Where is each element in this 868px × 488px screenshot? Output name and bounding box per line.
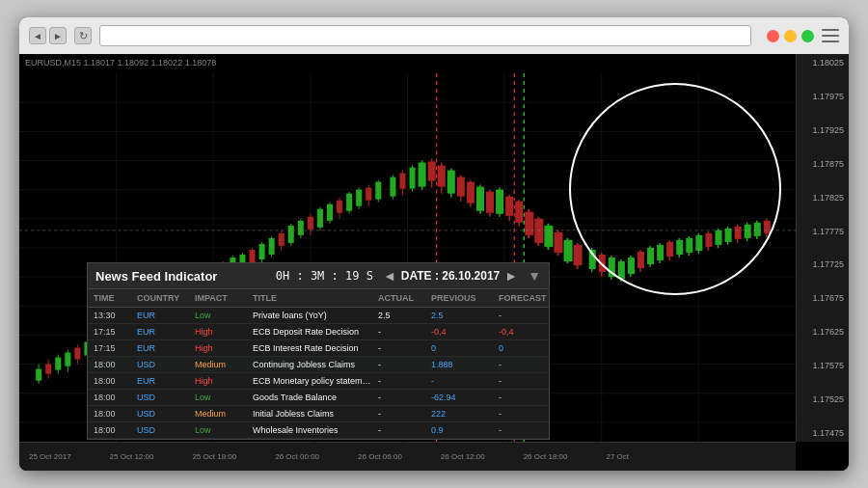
row-time: 18:00 — [92, 392, 135, 403]
price-7: 1.17725 — [799, 259, 847, 269]
menu-icon[interactable] — [822, 29, 839, 42]
filter-icon[interactable]: ▼ — [528, 268, 541, 284]
svg-rect-119 — [505, 197, 513, 216]
row-time: 18:00 — [92, 375, 135, 387]
row-title: ECB Deposit Rate Decision — [251, 326, 376, 338]
svg-rect-135 — [589, 250, 596, 269]
svg-rect-99 — [419, 162, 426, 186]
row-country: USD — [135, 359, 193, 370]
row-forecast: -0,4 — [497, 326, 549, 338]
svg-rect-107 — [457, 177, 465, 197]
row-impact: Medium — [193, 359, 251, 370]
row-time: 18:00 — [92, 424, 135, 436]
minimize-button[interactable] — [784, 30, 797, 42]
row-previous: - — [429, 375, 497, 387]
address-bar[interactable] — [99, 25, 751, 46]
table-row[interactable]: 18:00 USD Low Goods Trade Balance - -62.… — [88, 390, 549, 406]
maximize-button[interactable] — [801, 30, 814, 42]
svg-rect-157 — [695, 235, 702, 251]
svg-rect-26 — [65, 353, 70, 366]
row-country: EUR — [135, 342, 193, 354]
date-next-button[interactable]: ► — [504, 268, 518, 284]
svg-rect-94 — [399, 174, 405, 189]
col-time: TIME — [92, 291, 135, 305]
table-row[interactable]: 17:15 EUR High ECB Deposit Rate Decision… — [88, 324, 549, 340]
row-actual: - — [376, 326, 429, 338]
table-row[interactable]: 18:00 EUR High ECB Monetary policy state… — [88, 373, 549, 390]
row-time: 18:00 — [92, 408, 135, 420]
svg-rect-109 — [467, 182, 475, 203]
row-title: Wholesale Inventories — [251, 424, 376, 436]
col-title: TITLE — [251, 291, 376, 305]
row-impact: Low — [193, 424, 251, 436]
row-actual: - — [376, 392, 429, 403]
time-7: 26 Oct 18:00 — [524, 452, 568, 461]
price-axis: 1.18025 1.17975 1.17925 1.17875 1.17825 … — [796, 54, 849, 442]
table-row[interactable]: 18:00 USD Medium Continuing Jobless Clai… — [88, 357, 549, 373]
row-title: Goods Trade Balance — [251, 392, 376, 403]
news-feed-panel: News Feed Indicator 0H : 3M : 19 S ◄ DAT… — [87, 262, 550, 440]
svg-rect-70 — [279, 233, 285, 246]
svg-rect-117 — [496, 190, 503, 214]
svg-rect-133 — [574, 245, 583, 265]
row-previous: 0 — [429, 342, 497, 354]
row-forecast: - — [497, 310, 549, 321]
svg-rect-74 — [298, 221, 304, 235]
svg-rect-76 — [308, 217, 313, 230]
refresh-button[interactable]: ↻ — [74, 27, 92, 44]
svg-rect-159 — [705, 233, 712, 247]
row-country: EUR — [135, 375, 193, 387]
svg-rect-88 — [366, 188, 371, 201]
table-row[interactable]: 18:00 USD Low Wholesale Inventories - 0.… — [88, 422, 549, 439]
close-button[interactable] — [767, 30, 779, 42]
svg-rect-127 — [544, 226, 553, 247]
row-country: EUR — [135, 310, 193, 321]
date-prev-button[interactable]: ◄ — [383, 268, 396, 284]
svg-rect-165 — [735, 227, 742, 239]
row-impact: High — [193, 342, 251, 354]
svg-rect-139 — [609, 258, 615, 277]
col-forecast: FORECAST — [497, 291, 559, 305]
svg-rect-28 — [74, 347, 80, 359]
time-3: 25 Oct 18:00 — [192, 452, 236, 461]
col-actual: ACTUAL — [376, 291, 429, 305]
svg-rect-24 — [55, 358, 61, 370]
row-title: Continuing Jobless Claims — [251, 359, 376, 370]
time-6: 26 Oct 12:00 — [441, 452, 485, 461]
svg-rect-22 — [45, 365, 51, 374]
svg-rect-20 — [36, 369, 41, 381]
svg-rect-149 — [657, 245, 664, 260]
table-header: TIME COUNTRY IMPACT TITLE ACTUAL PREVIOU… — [88, 289, 549, 308]
nav-buttons: ◄ ► — [29, 27, 67, 44]
row-forecast: - — [497, 375, 549, 387]
svg-rect-123 — [525, 212, 533, 235]
svg-rect-131 — [564, 240, 573, 261]
back-button[interactable]: ◄ — [29, 27, 46, 44]
svg-rect-92 — [390, 177, 395, 197]
svg-rect-153 — [676, 240, 683, 255]
row-title: ECB Monetary policy statement an... — [251, 375, 376, 387]
svg-rect-64 — [249, 250, 255, 262]
row-impact: Low — [193, 392, 251, 403]
row-forecast: - — [497, 424, 549, 436]
row-time: 13:30 — [92, 310, 135, 321]
row-title: ECB Interest Rate Decision — [251, 342, 376, 354]
row-previous: 1.888 — [429, 359, 497, 370]
table-row[interactable]: 13:30 EUR Low Private loans (YoY) 2.5 2.… — [88, 308, 549, 324]
row-impact: Low — [193, 310, 251, 321]
row-actual: - — [376, 375, 429, 387]
row-country: USD — [135, 408, 193, 420]
svg-rect-129 — [554, 232, 562, 253]
svg-rect-171 — [764, 221, 771, 233]
chart-info-bar: EURUSD,M15 1.18017 1.18092 1.18022 1.180… — [25, 58, 216, 68]
row-previous: 2.5 — [429, 310, 497, 321]
forward-button[interactable]: ► — [49, 27, 67, 44]
col-previous: PREVIOUS — [429, 291, 497, 305]
row-previous: -0,4 — [429, 326, 497, 338]
svg-rect-141 — [618, 261, 625, 279]
time-5: 26 Oct 06:00 — [358, 452, 402, 461]
row-previous: 0.9 — [429, 424, 497, 436]
table-row[interactable]: 17:15 EUR High ECB Interest Rate Decisio… — [88, 340, 549, 357]
col-scroll — [559, 291, 571, 305]
table-row[interactable]: 18:00 USD Medium Initial Jobless Claims … — [88, 406, 549, 422]
